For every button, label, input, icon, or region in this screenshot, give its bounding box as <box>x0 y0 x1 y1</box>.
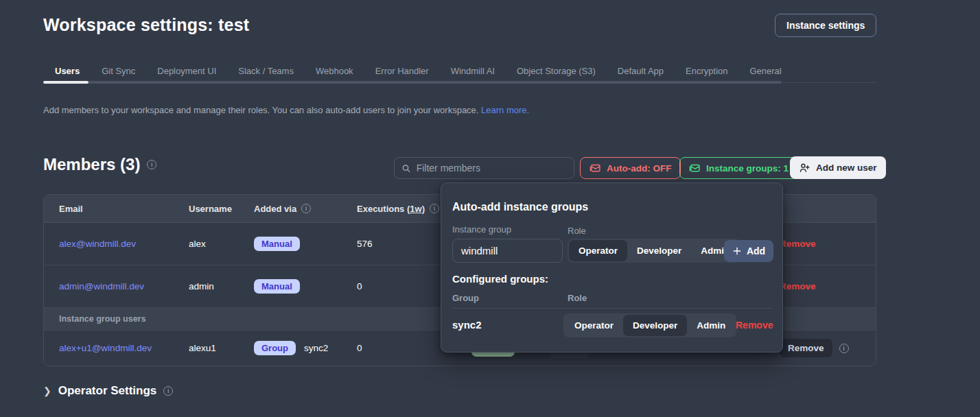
configured-groups-heading: Configured groups: <box>452 273 548 285</box>
search-icon <box>401 163 411 174</box>
instance-group-label: Instance group <box>452 224 511 235</box>
page-title: Workspace settings: test <box>43 15 249 35</box>
operator-settings-toggle[interactable]: ❯ Operator Settings i <box>43 384 173 398</box>
col-header-username: Username <box>189 204 254 214</box>
instance-groups-label: Instance groups: 1 <box>706 163 789 174</box>
filter-members-search[interactable] <box>394 157 574 179</box>
member-username: alex <box>189 239 254 249</box>
plus-icon <box>732 246 742 256</box>
auto-add-label: Auto-add: OFF <box>607 163 671 174</box>
divider <box>452 308 773 309</box>
configured-role-column: Role <box>568 293 587 303</box>
role-option-developer[interactable]: Developer <box>623 315 687 336</box>
members-info-icon[interactable]: i <box>147 160 156 169</box>
executions-label: Executions (1w) <box>357 204 425 214</box>
auto-add-button[interactable]: Auto-add: OFF <box>580 157 681 179</box>
tab-scrollbar-track <box>781 82 876 83</box>
learn-more-link[interactable]: Learn more. <box>481 105 529 115</box>
member-username: admin <box>189 281 254 291</box>
tab-error-handler[interactable]: Error Handler <box>364 60 440 81</box>
role-option-admin[interactable]: Admin <box>687 315 735 336</box>
role-option-operator[interactable]: Operator <box>565 315 623 336</box>
popup-title: Auto-add instance groups <box>452 201 771 213</box>
role-toggle-group: Operator Developer Admin <box>568 239 740 263</box>
tab-encryption[interactable]: Encryption <box>675 60 738 81</box>
tab-slack-teams[interactable]: Slack / Teams <box>227 60 305 81</box>
tab-scrollbar-thumb[interactable] <box>89 81 781 84</box>
role-option-operator[interactable]: Operator <box>569 240 627 261</box>
tab-git-sync[interactable]: Git Sync <box>91 60 146 81</box>
configured-role-toggle-group: Operator Developer Admin <box>563 313 736 337</box>
tab-webhook[interactable]: Webhook <box>305 60 364 81</box>
added-via-badge: Group <box>254 341 296 355</box>
tab-windmill-ai[interactable]: Windmill AI <box>440 60 506 81</box>
mail-icon <box>689 163 701 174</box>
add-group-label: Add <box>747 246 765 257</box>
active-tab-indicator <box>43 81 89 84</box>
configured-group-name: sync2 <box>452 319 482 331</box>
tab-users[interactable]: Users <box>43 60 91 81</box>
col-header-added-via: Added via i <box>254 204 357 214</box>
add-group-button[interactable]: Add <box>724 240 773 262</box>
role-option-developer[interactable]: Developer <box>627 240 691 261</box>
add-new-user-label: Add new user <box>816 163 877 173</box>
operator-settings-label: Operator Settings <box>58 384 157 398</box>
settings-tab-bar: Users Git Sync Deployment UI Slack / Tea… <box>43 60 876 81</box>
instance-group-input[interactable] <box>452 239 563 263</box>
remove-info-icon[interactable]: i <box>839 344 849 353</box>
col-header-email: Email <box>44 204 189 214</box>
mail-icon <box>590 163 601 174</box>
auto-add-instance-groups-popup: Auto-add instance groups Instance group … <box>441 182 783 353</box>
members-heading-text: Members (3) <box>43 155 140 174</box>
added-via-badge: Manual <box>254 237 300 251</box>
members-description: Add members to your workspace and manage… <box>43 105 529 115</box>
member-email-link[interactable]: admin@windmill.dev <box>59 281 144 291</box>
tab-scrollbar[interactable] <box>43 81 876 84</box>
remove-configured-group-button[interactable]: Remove <box>736 320 773 331</box>
chevron-right-icon: ❯ <box>43 385 51 396</box>
tab-object-storage-s3[interactable]: Object Storage (S3) <box>506 60 607 81</box>
filter-members-input[interactable] <box>417 163 567 174</box>
added-via-label: Added via <box>254 204 296 214</box>
remove-member-button[interactable]: Remove <box>780 339 832 357</box>
added-via-badge: Manual <box>254 279 300 294</box>
member-username: alexu1 <box>189 343 254 353</box>
group-name: sync2 <box>304 343 328 353</box>
remove-member-button[interactable]: Remove <box>780 239 816 249</box>
executions-info-icon[interactable]: i <box>430 204 439 213</box>
role-label: Role <box>568 226 586 236</box>
description-text: Add members to your workspace and manage… <box>43 105 478 115</box>
added-via-info-icon[interactable]: i <box>301 204 311 213</box>
tab-general[interactable]: General <box>738 60 792 81</box>
add-new-user-button[interactable]: Add new user <box>790 156 886 179</box>
configured-group-column: Group <box>452 293 479 303</box>
remove-member-button[interactable]: Remove <box>780 281 816 291</box>
operator-settings-info-icon[interactable]: i <box>163 386 173 396</box>
tab-default-app[interactable]: Default App <box>607 60 675 81</box>
instance-settings-button[interactable]: Instance settings <box>775 14 876 37</box>
member-email-link[interactable]: alex+u1@windmill.dev <box>59 343 152 353</box>
instance-groups-button[interactable]: Instance groups: 1 <box>679 157 798 179</box>
user-plus-icon <box>799 162 810 174</box>
tab-deployment-ui[interactable]: Deployment UI <box>146 60 227 81</box>
member-email-link[interactable]: alex@windmill.dev <box>59 239 136 249</box>
members-heading: Members (3) i <box>43 155 156 174</box>
